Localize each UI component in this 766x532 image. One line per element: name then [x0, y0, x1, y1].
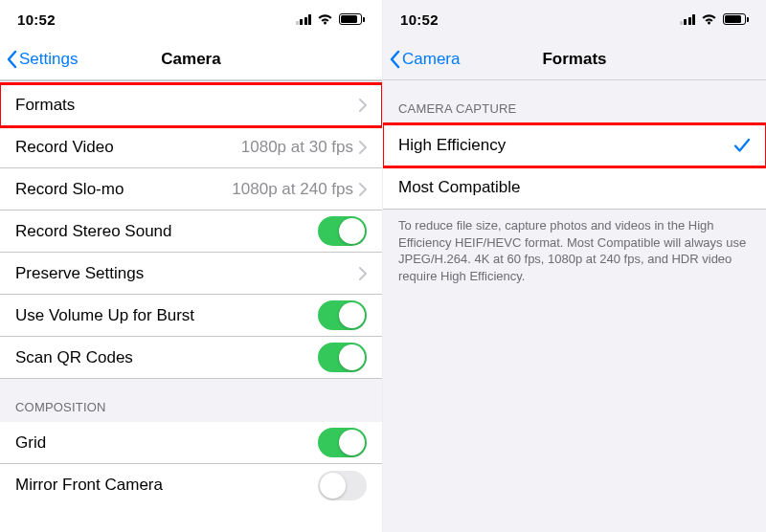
- chevron-right-icon: [359, 141, 367, 154]
- scan-qr-toggle[interactable]: [318, 343, 367, 372]
- back-chevron-icon: [6, 50, 17, 69]
- mirror-front-toggle[interactable]: [318, 471, 367, 500]
- cellular-icon: [296, 13, 312, 25]
- preserve-settings-row[interactable]: Preserve Settings: [0, 253, 382, 295]
- battery-icon: [723, 13, 749, 25]
- nav-bar: Settings Camera: [0, 38, 382, 80]
- stereo-row[interactable]: Record Stereo Sound: [0, 211, 382, 253]
- row-label: Record Stereo Sound: [15, 222, 172, 241]
- chevron-right-icon: [359, 183, 367, 196]
- record-video-row[interactable]: Record Video 1080p at 30 fps: [0, 126, 382, 168]
- camera-settings-pane: 10:52 Settings Camera Formats Record Vid…: [0, 0, 383, 532]
- row-detail: 1080p at 30 fps: [241, 138, 359, 157]
- row-detail: 1080p at 240 fps: [232, 180, 359, 199]
- row-label: Preserve Settings: [15, 264, 144, 283]
- back-button[interactable]: Settings: [6, 38, 78, 79]
- chevron-right-icon: [359, 267, 367, 280]
- battery-icon: [339, 13, 365, 25]
- volume-burst-toggle[interactable]: [318, 300, 367, 330]
- composition-header: COMPOSITION: [0, 379, 382, 422]
- scan-qr-row[interactable]: Scan QR Codes: [0, 337, 382, 379]
- formats-row[interactable]: Formats: [0, 84, 382, 126]
- row-label: Most Compatible: [398, 178, 521, 197]
- row-label: Formats: [15, 96, 75, 115]
- row-label: Record Video: [15, 138, 114, 157]
- row-label: Mirror Front Camera: [15, 476, 163, 495]
- status-time: 10:52: [400, 11, 439, 28]
- most-compatible-row[interactable]: Most Compatible: [383, 166, 766, 209]
- grid-row[interactable]: Grid: [0, 422, 382, 464]
- mirror-front-row[interactable]: Mirror Front Camera: [0, 464, 382, 506]
- formats-pane: 10:52 Camera Formats CAMERA CAPTURE High…: [383, 0, 766, 532]
- nav-title: Camera: [161, 50, 220, 69]
- row-label: Use Volume Up for Burst: [15, 306, 194, 325]
- high-efficiency-row[interactable]: High Efficiency: [383, 124, 766, 166]
- section-footer: To reduce file size, capture photos and …: [383, 210, 766, 303]
- row-label: Scan QR Codes: [15, 348, 133, 367]
- wifi-icon: [317, 13, 333, 25]
- stereo-toggle[interactable]: [318, 216, 367, 246]
- cellular-icon: [680, 13, 696, 25]
- status-bar: 10:52: [383, 0, 766, 38]
- checkmark-icon: [733, 138, 751, 153]
- nav-title: Formats: [542, 50, 606, 69]
- back-label: Camera: [402, 50, 460, 69]
- back-chevron-icon: [389, 50, 400, 69]
- wifi-icon: [701, 13, 717, 25]
- camera-capture-header: CAMERA CAPTURE: [383, 80, 766, 123]
- volume-burst-row[interactable]: Use Volume Up for Burst: [0, 295, 382, 337]
- row-label: Record Slo-mo: [15, 180, 124, 199]
- status-icons: [296, 13, 366, 25]
- status-bar: 10:52: [0, 0, 382, 38]
- grid-toggle[interactable]: [318, 428, 367, 457]
- status-icons: [680, 13, 750, 25]
- status-time: 10:52: [17, 11, 56, 28]
- row-label: High Efficiency: [398, 136, 506, 155]
- nav-bar: Camera Formats: [383, 38, 766, 80]
- back-button[interactable]: Camera: [389, 38, 460, 79]
- chevron-right-icon: [359, 99, 367, 112]
- back-label: Settings: [19, 50, 78, 69]
- row-label: Grid: [15, 433, 46, 453]
- record-slomo-row[interactable]: Record Slo-mo 1080p at 240 fps: [0, 168, 382, 211]
